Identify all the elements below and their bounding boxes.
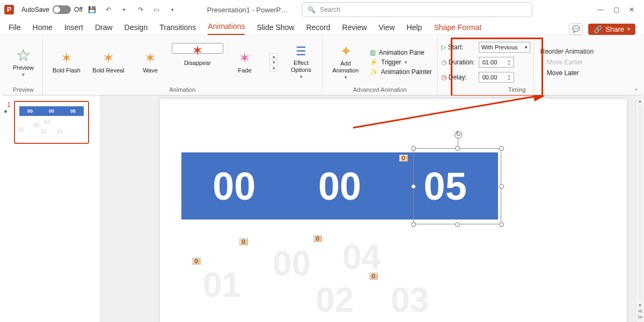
save-icon[interactable]: 💾 <box>86 3 99 16</box>
duration-clock-icon: ◷ <box>441 58 447 66</box>
tab-draw[interactable]: Draw <box>95 23 113 35</box>
tab-file[interactable]: File <box>9 23 21 35</box>
animation-order-tag[interactable]: 0 <box>239 238 248 245</box>
close-icon[interactable]: ✕ <box>629 6 634 13</box>
tab-review[interactable]: Review <box>342 23 367 35</box>
preview-button[interactable]: ☆ Preview ▾ <box>8 45 39 79</box>
title-bar: P AutoSave Off 💾 ↶ ▾ ↷ ▭ ▾ Presentation1… <box>0 0 644 19</box>
resize-handle[interactable] <box>411 222 416 227</box>
resize-handle[interactable] <box>499 184 504 189</box>
tab-insert[interactable]: Insert <box>64 23 83 35</box>
tab-slideshow[interactable]: Slide Show <box>257 23 294 35</box>
tab-design[interactable]: Design <box>125 23 148 35</box>
tab-view[interactable]: View <box>379 23 395 35</box>
vertical-scrollbar[interactable]: ▴ ▾ ≪ ≫ <box>635 96 644 322</box>
group-label-preview: Preview <box>13 85 34 95</box>
chevron-down-icon: ▾ <box>22 72 25 77</box>
animation-order-tag[interactable]: 0 <box>399 155 408 162</box>
gallery-item-fade[interactable]: ✶ Fade <box>224 43 265 82</box>
ghost-number[interactable]: 00 <box>273 244 311 283</box>
collapse-ribbon-icon[interactable]: ⌄ <box>634 85 639 92</box>
qat-more-icon[interactable]: ▾ <box>166 3 179 16</box>
pane-icon: ▥ <box>370 49 376 56</box>
undo-icon[interactable]: ↶ <box>102 3 115 16</box>
next-slide-icon[interactable]: ≫ <box>638 314 643 320</box>
slide[interactable]: 00 00 05 0 00 0 04 0 01 0 02 <box>160 99 627 322</box>
ribbon: ☆ Preview ▾ Preview ✶ Bold Flash ✶ Bold … <box>0 35 644 96</box>
scroll-down-icon[interactable]: ▾ <box>270 60 277 65</box>
spin-up-icon[interactable]: ▴ <box>508 58 510 62</box>
gallery-item-wave[interactable]: ✶ Wave <box>130 43 171 82</box>
resize-handle[interactable] <box>411 146 416 151</box>
gallery-expand-icon[interactable]: ▾ <box>270 65 277 71</box>
animation-order-tag[interactable]: 0 <box>192 258 201 265</box>
resize-handle[interactable] <box>411 184 416 189</box>
share-icon: 🔗 <box>594 25 602 33</box>
search-input[interactable]: 🔍 Search <box>302 2 532 17</box>
group-label-reorder <box>566 85 568 95</box>
prev-slide-icon[interactable]: ≪ <box>638 308 643 314</box>
spin-down-icon[interactable]: ▾ <box>508 62 510 66</box>
rotation-handle-icon[interactable] <box>455 131 462 138</box>
animation-painter-button[interactable]: ✨ Animation Painter <box>370 68 432 76</box>
move-later-button[interactable]: ˅ Move Later <box>540 69 594 77</box>
scroll-up-icon[interactable]: ▴ <box>639 98 641 104</box>
delay-value: 00.00 <box>482 74 497 80</box>
undo-menu-icon[interactable]: ▾ <box>118 3 131 16</box>
trigger-button[interactable]: ⚡ Trigger ▾ <box>370 58 432 66</box>
tab-animations[interactable]: Animations <box>208 22 245 35</box>
add-animation-button[interactable]: ✦ Add Animation ▾ <box>326 42 365 82</box>
resize-handle[interactable] <box>499 146 504 151</box>
star-icon: ✶ <box>103 51 114 65</box>
search-placeholder: Search <box>320 6 340 13</box>
autosave-state: Off <box>74 6 83 13</box>
slide-canvas[interactable]: 00 00 05 0 00 0 04 0 01 0 02 <box>101 96 644 322</box>
ghost-number[interactable]: 03 <box>391 280 429 320</box>
thumb-number: 1 <box>3 101 11 108</box>
maximize-icon[interactable]: ▢ <box>613 6 619 13</box>
gallery-item-bold-reveal[interactable]: ✶ Bold Reveal <box>88 43 129 82</box>
animation-gallery[interactable]: ✶ Bold Flash ✶ Bold Reveal ✶ Wave ✶ Disa… <box>46 43 265 82</box>
preview-label: Preview <box>13 64 34 71</box>
trigger-icon: ⚡ <box>370 58 378 66</box>
slide-thumbnail-1[interactable]: 00 00 05 01 00 04 02 03 <box>14 101 89 144</box>
resize-handle[interactable] <box>455 222 460 227</box>
gallery-item-bold-flash[interactable]: ✶ Bold Flash <box>46 43 87 82</box>
slideshow-icon[interactable]: ▭ <box>150 3 163 16</box>
resize-handle[interactable] <box>499 222 504 227</box>
chevron-down-icon: ▾ <box>345 75 347 80</box>
delay-spinner[interactable]: 00.00 ▴▾ <box>479 72 514 83</box>
spin-down-icon[interactable]: ▾ <box>508 77 510 81</box>
tab-record[interactable]: Record <box>306 23 330 35</box>
redo-icon[interactable]: ↷ <box>134 3 147 16</box>
tab-home[interactable]: Home <box>33 23 53 35</box>
ghost-number[interactable]: 04 <box>342 237 380 277</box>
ghost-number[interactable]: 01 <box>203 265 241 305</box>
tab-help[interactable]: Help <box>407 23 422 35</box>
slide-thumbnails-panel[interactable]: 1 ★ 00 00 05 01 00 04 02 03 <box>0 96 101 322</box>
animation-order-tag[interactable]: 0 <box>313 235 322 242</box>
effect-options-button[interactable]: ☰ Effect Options ▾ <box>283 42 319 81</box>
scroll-down-icon[interactable]: ▾ <box>639 302 641 308</box>
minimize-icon[interactable]: — <box>597 6 604 13</box>
autosave-toggle[interactable]: AutoSave Off <box>21 5 83 14</box>
gallery-item-disappear[interactable]: ✶ Disappear <box>172 43 223 54</box>
comments-button[interactable]: 💬 <box>569 23 583 35</box>
tab-transitions[interactable]: Transitions <box>159 23 196 35</box>
star-icon: ✶ <box>192 43 203 57</box>
effect-options-icon: ☰ <box>296 45 306 58</box>
share-button[interactable]: 🔗 Share ▾ <box>588 24 635 35</box>
ghost-number[interactable]: 02 <box>316 280 354 320</box>
start-select[interactable]: With Previous ▾ <box>479 42 530 53</box>
tab-shape-format[interactable]: Shape Format <box>434 23 481 35</box>
duration-spinner[interactable]: 01.00 ▴▾ <box>479 57 514 68</box>
gallery-scroll[interactable]: ▴ ▾ ▾ <box>269 53 278 71</box>
chevron-down-icon: ▾ <box>525 45 528 50</box>
animation-pane-button[interactable]: ▥ Animation Pane <box>370 49 432 56</box>
spin-up-icon[interactable]: ▴ <box>508 74 510 77</box>
animation-order-tag[interactable]: 0 <box>369 273 378 280</box>
resize-handle[interactable] <box>455 146 460 151</box>
start-play-icon: ▷ <box>441 43 446 51</box>
chevron-down-icon: ▾ <box>627 26 630 32</box>
scroll-up-icon[interactable]: ▴ <box>270 54 277 60</box>
